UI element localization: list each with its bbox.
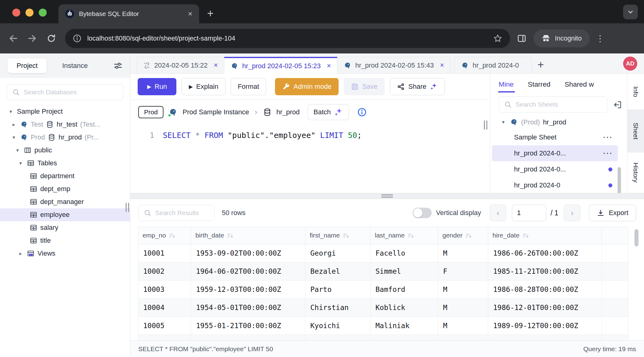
cell[interactable]: 10004 [138,299,191,317]
caret-down-icon[interactable]: ▾ [10,134,17,141]
reload-icon[interactable] [46,33,57,44]
cell[interactable]: 1989-09-12T00:00:00Z [488,317,602,335]
tab-shared[interactable]: Shared w [565,80,594,88]
sort-icon[interactable] [342,232,350,239]
tree-item-table-dept-emp[interactable]: dept_emp [0,182,130,195]
sort-icon[interactable] [407,232,414,239]
format-button[interactable]: Format [231,78,266,95]
cell[interactable]: 10002 [138,262,191,280]
table-row[interactable]: 100011953-09-02T00:00:00ZGeorgiFacelloM1… [138,244,628,262]
caret-down-icon[interactable]: ▾ [500,119,507,125]
url-text[interactable]: localhost:8080/sql-editor/sheet/project-… [87,35,487,42]
cell[interactable]: Koblick [371,299,438,317]
sheet-item[interactable]: Sample Sheet ··· [492,129,618,145]
cell[interactable]: 1964-06-02T00:00:00Z [191,262,305,280]
cell[interactable]: Maliniak [371,317,438,335]
info-icon[interactable] [357,107,367,117]
tab-search-button[interactable] [623,5,638,19]
cell[interactable]: Chirstian [305,299,371,317]
close-tab-icon[interactable]: × [214,61,218,69]
caret-down-icon[interactable]: ▾ [7,108,14,115]
tree-item-hr-test[interactable]: ▸ Test hr_test (Test... [0,118,130,131]
tab-project[interactable]: Project [7,58,47,73]
editor-tab-1[interactable]: 2024-02-05 15:22 × [137,57,224,73]
browser-tab[interactable]: Bytebase SQL Editor × [58,4,199,23]
tree-item-table-dept-manager[interactable]: dept_manager [0,195,130,208]
side-panel-icon[interactable] [517,33,527,43]
column-header[interactable]: hire_date [488,227,602,244]
share-button[interactable]: Share [390,78,445,95]
caret-right-icon[interactable]: ▸ [17,250,24,257]
address-bar[interactable]: localhost:8080/sql-editor/sheet/project-… [65,29,510,48]
user-avatar[interactable]: AD [623,57,637,71]
caret-right-icon[interactable]: ▸ [10,121,17,128]
cell[interactable]: 10001 [138,244,191,262]
rail-tab-sheet[interactable]: Sheet [627,110,644,152]
caret-down-icon[interactable]: ▾ [14,147,21,154]
import-sheet-icon[interactable] [613,100,622,109]
minimize-window-button[interactable] [26,9,33,17]
close-tab-icon[interactable]: × [327,62,331,70]
run-button[interactable]: ▶ Run [138,78,176,95]
admin-mode-button[interactable]: Admin mode [275,78,339,95]
table-row[interactable]: 100021964-06-02T00:00:00ZBezalelSimmelF1… [138,262,628,280]
vertical-display-toggle[interactable] [413,208,432,218]
cell[interactable]: 1986-12-01T00:00:00Z [488,299,602,317]
table-row[interactable]: 100041954-05-01T00:00:00ZChirstianKoblic… [138,299,628,317]
forward-icon[interactable] [27,33,37,44]
splitter-grip-icon[interactable] [381,194,393,199]
cell[interactable]: F [438,335,488,341]
cell[interactable]: F [438,262,488,280]
sheet-item-selected[interactable]: hr_prod 2024-0... ··· [492,145,618,161]
export-button[interactable]: Export [589,205,636,221]
environment-chip[interactable]: Prod [138,106,163,118]
tab-instance[interactable]: Instance [53,58,97,73]
sort-icon[interactable] [168,232,176,239]
sheet-item[interactable]: hr_prod 2024-0... [492,161,618,177]
search-results-input[interactable] [155,209,209,217]
panel-resize-handle[interactable] [484,120,487,130]
code-area[interactable]: 1 SELECT * FROM "public"."employee" LIMI… [130,124,490,142]
sql-statement[interactable]: SELECT * FROM "public"."employee" LIMIT … [163,129,362,142]
results-scrollbar[interactable] [634,229,638,246]
sheet-item[interactable]: hr_prod 2024-0 [492,177,618,193]
sort-icon[interactable] [522,232,529,239]
column-header[interactable]: first_name [305,227,371,244]
database-name[interactable]: hr_prod [277,108,300,116]
column-header[interactable]: gender [438,227,488,244]
sheet-menu-icon[interactable]: ··· [603,149,613,158]
tree-item-table-department[interactable]: department [0,170,130,182]
cell[interactable]: Georgi [305,244,371,262]
column-header[interactable]: birth_date [191,227,305,244]
cell[interactable]: 1954-05-01T00:00:00Z [191,299,305,317]
table-row[interactable]: 100031959-12-03T00:00:00ZPartoBamfordM19… [138,280,628,299]
rail-tab-info[interactable]: Info [627,74,644,110]
table-row[interactable]: 100051955-01-21T00:00:00ZKyoichiMaliniak… [138,317,628,335]
tab-mine[interactable]: Mine [499,80,514,88]
cell[interactable]: Facello [371,244,438,262]
cell[interactable]: 1953-04-20T00:00:00Z [191,335,305,341]
sheet-group[interactable]: ▾ (Prod) hr_prod [490,114,627,129]
tree-item-hr-prod[interactable]: ▾ Prod hr_prod (Pr... [0,131,130,144]
cell[interactable]: M [438,244,488,262]
editor-tab-2-active[interactable]: hr_prod 2024-02-05 15:23 × [224,57,337,74]
sheet-scrollbar[interactable] [618,167,621,193]
cell[interactable]: 10006 [138,335,191,341]
bookmark-star-icon[interactable] [493,33,503,43]
cell[interactable]: M [438,280,488,299]
batch-button[interactable]: Batch [308,104,349,120]
tree-item-project[interactable]: ▾ Sample Project [0,105,130,118]
cell[interactable]: 1953-09-02T00:00:00Z [191,244,305,262]
cell[interactable]: Simmel [371,262,438,280]
cell[interactable]: M [438,317,488,335]
close-tab-icon[interactable]: × [188,10,192,18]
sort-icon[interactable] [226,232,234,239]
sort-icon[interactable] [465,232,472,239]
cell[interactable]: Bamford [371,280,438,299]
back-icon[interactable] [8,33,18,44]
new-tab-button[interactable]: + [207,8,214,19]
caret-down-icon[interactable]: ▾ [17,160,24,167]
table-row[interactable]: 100061953-04-20T00:00:00ZAnnekePreusigF1… [138,335,628,341]
column-header[interactable]: last_name [371,227,438,244]
instance-name[interactable]: Prod Sample Instance [183,108,249,116]
